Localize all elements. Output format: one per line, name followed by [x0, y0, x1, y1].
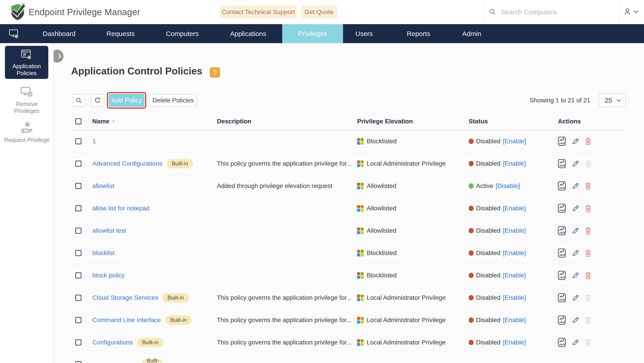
- nav-item-applications[interactable]: Applications: [230, 24, 266, 43]
- column-header-status: Status: [469, 118, 488, 125]
- table-search-button[interactable]: [72, 94, 86, 107]
- edit-pencil-icon[interactable]: [571, 249, 579, 257]
- report-chart-icon[interactable]: [558, 204, 566, 213]
- nav-item-users[interactable]: Users: [355, 24, 373, 43]
- report-chart-icon[interactable]: [558, 316, 566, 325]
- help-icon[interactable]: ?: [210, 67, 220, 77]
- status-toggle-link[interactable]: [Enable]: [503, 249, 526, 257]
- report-chart-icon[interactable]: [558, 293, 566, 303]
- search-computers-input[interactable]: [501, 8, 608, 16]
- nav-item-requests[interactable]: Requests: [106, 24, 135, 43]
- table-row-partial: Built-in: [72, 354, 624, 363]
- policy-name-link[interactable]: blocklist: [92, 249, 115, 257]
- refresh-button[interactable]: [91, 94, 104, 107]
- delete-trash-icon[interactable]: [585, 205, 592, 212]
- policy-name-link[interactable]: allow list for notepad: [92, 205, 149, 212]
- windows-logo-icon: [357, 295, 364, 301]
- search-icon: [75, 97, 82, 104]
- row-checkbox[interactable]: [75, 205, 82, 211]
- row-checkbox[interactable]: [75, 250, 82, 256]
- sidebar-item-application-policies[interactable]: Application Policies: [5, 46, 48, 79]
- report-chart-icon[interactable]: [558, 338, 566, 347]
- search-icon: [488, 8, 496, 16]
- policy-name-link[interactable]: Cloud Storage Services: [92, 294, 158, 301]
- row-checkbox[interactable]: [75, 138, 82, 144]
- policy-name-link[interactable]: Command Line Interface: [92, 317, 161, 324]
- page-size-select[interactable]: 25: [599, 94, 626, 107]
- edit-pencil-icon[interactable]: [571, 272, 579, 279]
- report-chart-icon[interactable]: [558, 271, 566, 280]
- sidebar-item-request-privilege[interactable]: Request Privilege: [0, 121, 54, 143]
- user-menu[interactable]: [624, 0, 639, 24]
- row-checkbox[interactable]: [75, 228, 82, 234]
- status-toggle-link[interactable]: [Enable]: [503, 272, 526, 279]
- row-checkbox[interactable]: [75, 161, 82, 167]
- nav-item-dashboard[interactable]: Dashboard: [43, 24, 76, 43]
- sort-icon[interactable]: [112, 119, 115, 124]
- sidebar-item-label: Application Policies: [5, 63, 48, 77]
- edit-pencil-icon[interactable]: [571, 227, 579, 235]
- agent-settings-icon[interactable]: [9, 24, 20, 43]
- status-toggle-link[interactable]: [Enable]: [503, 227, 526, 234]
- table-row: allowlist testAllowlistedDisabled[Enable…: [72, 220, 624, 242]
- delete-trash-icon[interactable]: [585, 227, 592, 235]
- edit-pencil-icon[interactable]: [571, 339, 579, 347]
- main-nav: DashboardRequestsComputersApplicationsPr…: [0, 24, 644, 43]
- table-row: allow list for notepadAllowlistedDisable…: [72, 197, 624, 220]
- delete-trash-icon[interactable]: [585, 137, 592, 145]
- status-toggle-link[interactable]: [Enable]: [503, 205, 526, 212]
- row-checkbox[interactable]: [75, 317, 82, 323]
- windows-logo-icon: [357, 317, 364, 324]
- delete-trash-icon[interactable]: [585, 182, 592, 190]
- status-dot: [469, 317, 474, 323]
- edit-pencil-icon[interactable]: [571, 316, 579, 324]
- edit-pencil-icon[interactable]: [571, 294, 579, 302]
- contact-support-button[interactable]: Contact Technical Support: [220, 5, 296, 18]
- table-row: allowlistAdded through privilege elevati…: [72, 175, 624, 197]
- row-checkbox[interactable]: [75, 340, 82, 346]
- policy-name-link[interactable]: allowlist test: [92, 227, 126, 234]
- privilege-elevation-value: Blocklisted: [367, 138, 397, 145]
- nav-item-admin[interactable]: Admin: [462, 24, 481, 43]
- policy-name-link[interactable]: Advanced Configurations: [92, 160, 162, 167]
- report-chart-icon[interactable]: [558, 181, 566, 191]
- column-header-name[interactable]: Name: [92, 118, 115, 125]
- report-chart-icon[interactable]: [558, 137, 566, 146]
- policy-name-link[interactable]: block policy: [92, 272, 125, 279]
- add-policy-button[interactable]: Add Policy: [109, 94, 144, 107]
- policy-name-link[interactable]: Configurations: [92, 339, 133, 346]
- delete-trash-icon[interactable]: [585, 272, 592, 279]
- row-checkbox[interactable]: [75, 295, 82, 301]
- policy-name-link[interactable]: allowlist: [92, 182, 114, 190]
- edit-pencil-icon[interactable]: [571, 160, 579, 168]
- status-dot: [469, 161, 474, 166]
- delete-trash-icon[interactable]: [585, 249, 592, 257]
- status-toggle-link[interactable]: [Enable]: [503, 160, 526, 167]
- nav-item-privileges[interactable]: Privileges: [282, 24, 343, 43]
- status-toggle-link[interactable]: [Enable]: [503, 138, 526, 145]
- sidebar-item-remove-privileges[interactable]: Remove Privileges: [0, 86, 54, 114]
- report-chart-icon[interactable]: [558, 226, 566, 235]
- status-toggle-link[interactable]: [Enable]: [503, 294, 526, 301]
- get-quote-button[interactable]: Get Quote: [301, 5, 337, 18]
- report-chart-icon[interactable]: [558, 159, 566, 168]
- status-text: Active: [476, 182, 493, 190]
- policy-name-link[interactable]: 1: [92, 138, 96, 145]
- select-all-checkbox[interactable]: [75, 118, 82, 124]
- status-toggle-link[interactable]: [Enable]: [503, 339, 526, 346]
- delete-policies-button[interactable]: Delete Policies: [149, 94, 197, 107]
- row-checkbox[interactable]: [75, 361, 82, 363]
- row-checkbox[interactable]: [75, 183, 82, 189]
- nav-item-computers[interactable]: Computers: [166, 24, 199, 43]
- status-toggle-link[interactable]: [Enable]: [503, 317, 526, 324]
- edit-pencil-icon[interactable]: [571, 137, 579, 145]
- report-chart-icon[interactable]: [558, 249, 566, 258]
- row-checkbox[interactable]: [75, 273, 82, 279]
- edit-pencil-icon[interactable]: [571, 205, 579, 212]
- status-toggle-link[interactable]: [Disable]: [496, 182, 520, 190]
- table-row: Command Line InterfaceBuilt-inThis polic…: [72, 309, 624, 332]
- shield-logo-icon: [10, 3, 25, 22]
- edit-pencil-icon[interactable]: [571, 182, 579, 190]
- nav-item-reports[interactable]: Reports: [407, 24, 430, 43]
- status-text: Disabled: [476, 249, 500, 257]
